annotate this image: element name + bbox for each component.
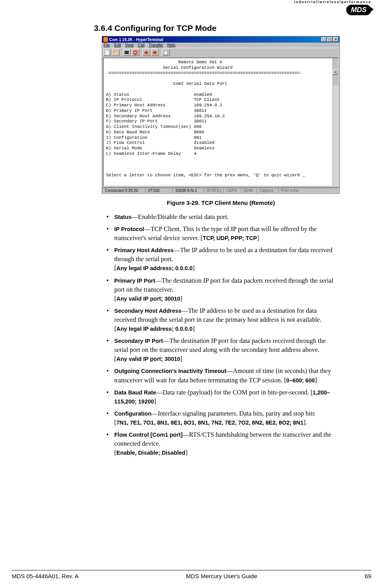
figure-caption: Figure 3-29. TCP Client Menu (Remote) bbox=[102, 199, 340, 206]
window-title: Com 1 19.2K - HyperTerminal bbox=[109, 38, 163, 42]
bullet-label: IP Protocol bbox=[114, 226, 144, 232]
footer-left: MDS 05-4446A01, Rev. A bbox=[12, 573, 79, 579]
menu-call[interactable]: Call bbox=[138, 43, 144, 47]
status-emulation: VT100 bbox=[145, 188, 173, 194]
bullet-item: Data Baud Rate—Data rate (payload) for t… bbox=[102, 388, 340, 406]
bullet-range: Any valid IP port; 30010 bbox=[117, 296, 180, 302]
footer-right: 69 bbox=[365, 573, 371, 579]
header-tagline: industrial/wireless/performance bbox=[294, 0, 371, 4]
status-num: NUM bbox=[241, 188, 257, 194]
mds-logo: MDS bbox=[346, 5, 371, 15]
terminal-header-line: Remote Demo Set X Serial Configuration W… bbox=[106, 60, 232, 70]
status-scroll: SCROLL bbox=[204, 188, 223, 194]
terminal-window: Com 1 19.2K - HyperTerminal _ □ × File E… bbox=[102, 36, 340, 194]
toolbar: 📄 📂 ☎ ⛔ 📤 📥 📋 bbox=[102, 48, 340, 57]
header-logo-block: industrial/wireless/performance MDS bbox=[294, 0, 371, 15]
tool-send-icon[interactable]: 📤 bbox=[142, 49, 150, 56]
tool-disconnect-icon[interactable]: ⛔ bbox=[131, 49, 139, 56]
bullet-label: Status bbox=[114, 214, 131, 220]
scroll-up-icon[interactable]: ▴ bbox=[333, 69, 338, 75]
status-capture: Capture bbox=[257, 188, 278, 194]
bullet-item: Secondary IP Port—The destination IP por… bbox=[102, 336, 340, 363]
bullet-label: Secondary IP Port bbox=[114, 338, 163, 344]
bullet-item: Primary IP Port—The destination IP port … bbox=[102, 276, 340, 303]
statusbar: Connected 0:29:20 VT100 19200 8-N-1 SCRO… bbox=[102, 187, 340, 194]
bullet-item: Flow Control [Com1 port]—RTS/CTS handsha… bbox=[102, 430, 340, 457]
bullet-desc: Interface signaling parameters. Data bit… bbox=[158, 410, 315, 417]
terminal-sep-line: -=======================================… bbox=[106, 71, 302, 75]
menu-view[interactable]: View bbox=[125, 43, 134, 47]
bullet-label: Flow Control [Com1 port] bbox=[114, 432, 183, 438]
bullet-label: Secondary Host Address bbox=[114, 308, 182, 314]
bullet-item: IP Protocol—TCP Client. This is the type… bbox=[102, 224, 340, 242]
close-button[interactable]: × bbox=[333, 37, 338, 42]
bullet-range: 0–600; 600 bbox=[286, 377, 315, 384]
maximize-button[interactable]: □ bbox=[327, 37, 333, 42]
terminal-prompt: Select a letter to choose item, <ESC> fo… bbox=[106, 173, 305, 177]
menu-file[interactable]: File bbox=[104, 43, 110, 47]
bullet-desc: Enable/Disable the serial data port. bbox=[138, 213, 228, 220]
bullet-range: TCP, UDP, PPP; TCP bbox=[203, 235, 257, 241]
main-content: 3.6.4 Configuring for TCP Mode Com 1 19.… bbox=[0, 0, 383, 457]
bullet-item: Configuration—Interface signaling parame… bbox=[102, 409, 340, 427]
status-caps: CAPS bbox=[223, 188, 241, 194]
status-speed: 19200 8-N-1 bbox=[173, 188, 204, 194]
bullet-range: Any legal IP address; 0.0.0.0 bbox=[117, 326, 193, 332]
terminal-scrollbar[interactable]: ▴ ▾ bbox=[333, 58, 338, 186]
titlebar: Com 1 19.2K - HyperTerminal _ □ × bbox=[102, 36, 340, 43]
bullet-range: Any legal IP address; 0.0.0.0 bbox=[117, 265, 193, 271]
bullet-item: Status—Enable/Disable the serial data po… bbox=[102, 212, 340, 221]
bullet-label: Outgoing Connection's Inactivity Timeout bbox=[114, 368, 227, 374]
tool-props-icon[interactable]: 📋 bbox=[162, 49, 170, 56]
section-title: 3.6.4 Configuring for TCP Mode bbox=[94, 23, 340, 33]
bullet-label: Configuration bbox=[114, 411, 151, 417]
bullet-label: Primary Host Address bbox=[114, 247, 174, 253]
section-name: Configuring for TCP Mode bbox=[115, 23, 217, 32]
window-controls: _ □ × bbox=[321, 37, 338, 42]
bullet-item: Primary Host Address—The IP address to b… bbox=[102, 246, 340, 272]
status-connected: Connected 0:29:20 bbox=[102, 188, 145, 194]
page-footer: MDS 05-4446A01, Rev. A MDS Mercury User'… bbox=[12, 570, 371, 579]
bullet-range: Any valid IP port; 30010 bbox=[117, 356, 180, 362]
app-icon bbox=[103, 37, 108, 42]
bullet-label: Data Baud Rate bbox=[114, 389, 156, 396]
tool-open-icon[interactable]: 📂 bbox=[112, 49, 120, 56]
section-number: 3.6.4 bbox=[94, 23, 112, 32]
bullet-range: Enable, Disable; Disabled bbox=[117, 450, 185, 456]
terminal-body[interactable]: Remote Demo Set X Serial Configuration W… bbox=[103, 57, 339, 186]
tool-connect-icon[interactable]: ☎ bbox=[123, 49, 131, 56]
bullet-item: Secondary Host Address—The IP address to… bbox=[102, 306, 340, 333]
menu-help[interactable]: Help bbox=[167, 43, 176, 47]
terminal-rows: A) Status enabled B) IP Protocol TCP Cli… bbox=[106, 92, 225, 156]
tool-new-icon[interactable]: 📄 bbox=[103, 49, 111, 56]
tool-receive-icon[interactable]: 📥 bbox=[151, 49, 159, 56]
menu-edit[interactable]: Edit bbox=[114, 43, 121, 47]
footer-center: MDS Mercury User's Guide bbox=[186, 573, 257, 579]
terminal-subheader: Com2 Serial Data Port bbox=[106, 81, 227, 86]
bullet-range: 7N1, 7E1, 7O1, 8N1, 8E1, 8O1, 8N1, 7N2, … bbox=[117, 419, 304, 426]
bullet-desc: Data rate (payload) for the COM port in … bbox=[163, 389, 309, 396]
status-echo: Print echo bbox=[278, 188, 340, 194]
minimize-button[interactable]: _ bbox=[321, 37, 327, 42]
menu-transfer[interactable]: Transfer bbox=[149, 43, 163, 47]
bullet-label: Primary IP Port bbox=[114, 278, 155, 284]
bullet-item: Outgoing Connection's Inactivity Timeout… bbox=[102, 366, 340, 384]
bullets-list: Status—Enable/Disable the serial data po… bbox=[102, 212, 340, 457]
menubar: File Edit View Call Transfer Help bbox=[102, 43, 340, 48]
